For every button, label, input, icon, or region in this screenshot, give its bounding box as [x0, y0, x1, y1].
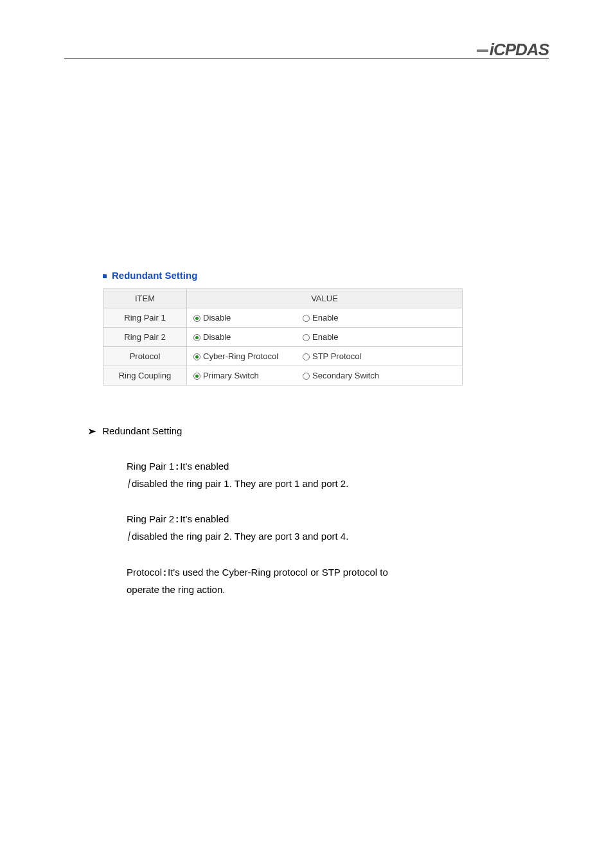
- item-cell: Protocol: [103, 347, 187, 366]
- radio-icon: [303, 315, 310, 322]
- radio-label: STP Protocol: [312, 351, 361, 361]
- chevron-right-icon: ➤: [87, 423, 96, 439]
- protocol-stp-radio[interactable]: STP Protocol: [303, 351, 412, 361]
- panel-title-row: Redundant Setting: [103, 270, 463, 281]
- radio-icon: [193, 373, 200, 380]
- def-text: It's enabled: [180, 461, 229, 472]
- header-value: VALUE: [187, 289, 463, 308]
- ring-coupling-primary-radio[interactable]: Primary Switch: [193, 371, 303, 380]
- def-label: Ring Pair 2: [127, 513, 174, 524]
- protocol-cyberring-radio[interactable]: Cyber-Ring Protocol: [193, 351, 303, 361]
- header-item: ITEM: [103, 289, 187, 308]
- panel-bullet-icon: [103, 274, 107, 278]
- colon-icon: :: [174, 510, 180, 527]
- value-cell: Primary SwitchSecondary Switch: [187, 366, 463, 385]
- header-divider: [64, 58, 549, 58]
- def-label: Ring Pair 1: [127, 461, 174, 472]
- def-line: /disabled the ring pair 2. They are port…: [127, 527, 499, 545]
- table-row: Ring Pair 2DisableEnable: [103, 328, 463, 347]
- item-cell: Ring Pair 1: [103, 308, 187, 328]
- table-row: ProtocolCyber-Ring ProtocolSTP Protocol: [103, 347, 463, 366]
- colon-icon: :: [162, 563, 168, 581]
- section-heading: Redundant Setting: [102, 425, 182, 436]
- logo-bar-icon: [477, 49, 488, 52]
- radio-icon: [303, 334, 310, 341]
- table-row: Ring CouplingPrimary SwitchSecondary Swi…: [103, 366, 463, 385]
- ring-pair-2-enable-radio[interactable]: Enable: [303, 332, 412, 342]
- def-text: It's enabled: [180, 513, 229, 524]
- value-cell: DisableEnable: [187, 328, 463, 347]
- brand-logo: iCPDAS: [477, 40, 549, 60]
- radio-label: Primary Switch: [203, 371, 259, 380]
- def-text: It's used the Cyber-Ring protocol or STP…: [168, 567, 388, 578]
- def-text: disabled the ring pair 2. They are port …: [132, 531, 348, 542]
- def-text: disabled the ring pair 1. They are port …: [132, 478, 348, 489]
- radio-icon: [193, 334, 200, 341]
- item-cell: Ring Coupling: [103, 366, 187, 385]
- radio-icon: [303, 353, 310, 360]
- radio-label: Disable: [203, 332, 231, 342]
- section-heading-row: ➤ Redundant Setting: [88, 422, 499, 439]
- redundant-setting-panel: Redundant Setting ITEM VALUE Ring Pair 1…: [103, 270, 463, 385]
- slash-icon: /: [127, 526, 132, 548]
- radio-icon: [303, 373, 310, 380]
- value-cell: DisableEnable: [187, 308, 463, 328]
- def-ring-pair-1: Ring Pair 1:It's enabled/disabled the ri…: [127, 457, 499, 492]
- redundant-setting-table: ITEM VALUE Ring Pair 1DisableEnableRing …: [103, 288, 463, 385]
- ring-pair-2-disable-radio[interactable]: Disable: [193, 332, 303, 342]
- colon-icon: :: [174, 457, 180, 475]
- def-line: /disabled the ring pair 1. They are port…: [127, 475, 499, 492]
- def-line: Ring Pair 2:It's enabled: [127, 510, 499, 527]
- radio-label: Disable: [203, 313, 231, 323]
- radio-icon: [193, 315, 200, 322]
- radio-label: Enable: [312, 313, 338, 323]
- radio-label: Cyber-Ring Protocol: [203, 351, 278, 361]
- def-label: Protocol: [127, 567, 162, 578]
- radio-icon: [193, 353, 200, 360]
- value-cell: Cyber-Ring ProtocolSTP Protocol: [187, 347, 463, 366]
- ring-pair-1-enable-radio[interactable]: Enable: [303, 313, 412, 323]
- def-ring-pair-2: Ring Pair 2:It's enabled/disabled the ri…: [127, 510, 499, 545]
- section-block: ➤ Redundant Setting Ring Pair 1:It's ena…: [88, 422, 499, 598]
- ring-pair-1-disable-radio[interactable]: Disable: [193, 313, 303, 323]
- item-cell: Ring Pair 2: [103, 328, 187, 347]
- radio-label: Enable: [312, 332, 338, 342]
- brand-logo-text: iCPDAS: [490, 40, 549, 59]
- slash-icon: /: [127, 473, 132, 495]
- table-header-row: ITEM VALUE: [103, 289, 463, 308]
- panel-title: Redundant Setting: [112, 270, 197, 281]
- def-protocol: Protocol:It's used the Cyber-Ring protoc…: [127, 563, 499, 598]
- def-line: Ring Pair 1:It's enabled: [127, 457, 499, 475]
- radio-label: Secondary Switch: [312, 371, 379, 380]
- ring-coupling-secondary-radio[interactable]: Secondary Switch: [303, 371, 412, 380]
- table-row: Ring Pair 1DisableEnable: [103, 308, 463, 328]
- def-line: Protocol:It's used the Cyber-Ring protoc…: [127, 563, 499, 581]
- def-line: operate the ring action.: [127, 581, 499, 598]
